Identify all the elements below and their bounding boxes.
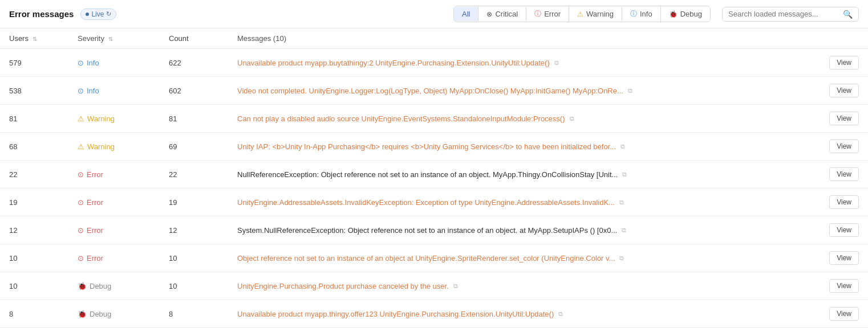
col-header-count: Count	[160, 28, 228, 49]
view-button[interactable]: View	[829, 167, 859, 181]
cell-severity: 🐞Debug	[68, 272, 160, 300]
severity-icon: 🐞	[78, 282, 87, 290]
tab-debug-label: Debug	[680, 10, 702, 18]
cell-message: NullReferenceException: Object reference…	[228, 161, 820, 188]
severity-label: Warning	[87, 142, 115, 151]
view-button[interactable]: View	[829, 251, 859, 265]
cell-message: UnityEngine.AddressableAssets.InvalidKey…	[228, 188, 820, 216]
cell-count: 69	[160, 133, 228, 161]
message-text[interactable]: Object reference not set to an instance …	[237, 254, 615, 263]
copy-icon[interactable]: ⧉	[570, 115, 574, 122]
cell-severity: ⊙Error	[68, 244, 160, 272]
message-text[interactable]: Video not completed. UnityEngine.Logger:…	[237, 87, 623, 95]
copy-icon[interactable]: ⧉	[622, 227, 626, 234]
table-row: 68⚠Warning69Unity IAP: <b>Unity In-App P…	[0, 133, 868, 161]
filter-tabs: All ⊗ Critical ⓘ Error ⚠ Warning ⓘ Info …	[453, 6, 711, 22]
tab-error[interactable]: ⓘ Error	[526, 6, 569, 22]
message-text[interactable]: UnityEngine.AddressableAssets.InvalidKey…	[237, 198, 615, 207]
severity-label: Error	[87, 254, 103, 263]
severity-icon: ⊙	[78, 170, 84, 179]
message-text[interactable]: Unity IAP: <b>Unity In-App Purchasing</b…	[237, 142, 616, 151]
tab-error-label: Error	[544, 10, 561, 18]
tab-info[interactable]: ⓘ Info	[622, 6, 661, 22]
severity-icon: ⊙	[78, 254, 84, 263]
cell-count: 12	[160, 216, 228, 244]
severity-icon: ⚠	[78, 142, 84, 151]
cell-severity: ⊙Info	[68, 77, 160, 105]
cell-message: Unavailable product myapp.buytathingy:2 …	[228, 49, 820, 77]
users-sort-icon[interactable]: ⇅	[33, 36, 37, 42]
cell-message: System.NullReferenceException: Object re…	[228, 216, 820, 244]
cell-users: 22	[0, 161, 68, 188]
tab-warning[interactable]: ⚠ Warning	[569, 7, 622, 21]
table-row: 538⊙Info602Video not completed. UnityEng…	[0, 77, 868, 105]
table-row: 19⊙Error19UnityEngine.AddressableAssets.…	[0, 188, 868, 216]
message-text[interactable]: Can not play a disabled audio source Uni…	[237, 114, 565, 123]
col-header-action	[820, 28, 868, 49]
view-button[interactable]: View	[829, 84, 859, 97]
message-text[interactable]: Unavailable product myapp.buytathingy:2 …	[237, 59, 550, 67]
view-button[interactable]: View	[829, 140, 859, 153]
view-button[interactable]: View	[829, 307, 859, 321]
message-text[interactable]: Unavailable product myapp.thingy.offer12…	[237, 310, 554, 318]
cell-users: 81	[0, 105, 68, 133]
tab-critical[interactable]: ⊗ Critical	[478, 7, 526, 21]
main-container: Error messages Live ↻ All ⊗ Critical ⓘ E…	[0, 0, 868, 328]
tab-all-label: All	[462, 10, 470, 18]
copy-icon[interactable]: ⧉	[628, 87, 632, 95]
copy-icon[interactable]: ⧉	[453, 282, 458, 290]
severity-icon: ⊙	[78, 59, 84, 67]
cell-severity: ⚠Warning	[68, 133, 160, 161]
view-button[interactable]: View	[829, 195, 859, 209]
cell-action: View	[820, 188, 868, 216]
copy-icon[interactable]: ⧉	[554, 59, 559, 67]
view-button[interactable]: View	[829, 279, 859, 293]
tab-critical-label: Critical	[495, 10, 518, 18]
cell-message: Unavailable product myapp.thingy.offer12…	[228, 300, 820, 328]
cell-severity: 🐞Debug	[68, 300, 160, 328]
col-header-users: Users ⇅	[0, 28, 68, 49]
copy-icon[interactable]: ⧉	[619, 255, 624, 262]
severity-icon: ⊙	[78, 226, 84, 235]
cell-message: Can not play a disabled audio source Uni…	[228, 105, 820, 133]
copy-icon[interactable]: ⧉	[622, 171, 627, 178]
cell-message: UnityEngine.Purchasing.Product purchase …	[228, 272, 820, 300]
cell-count: 19	[160, 188, 228, 216]
col-header-messages: Messages (10)	[228, 28, 820, 49]
refresh-icon[interactable]: ↻	[106, 10, 111, 18]
live-badge: Live ↻	[80, 9, 116, 20]
col-header-severity: Severity ⇅	[68, 28, 160, 49]
cell-users: 19	[0, 188, 68, 216]
tab-warning-label: Warning	[586, 10, 614, 18]
copy-icon[interactable]: ⧉	[620, 143, 625, 150]
message-text: NullReferenceException: Object reference…	[237, 170, 618, 179]
view-button[interactable]: View	[829, 223, 859, 237]
severity-icon: ⊙	[78, 87, 84, 95]
cell-action: View	[820, 244, 868, 272]
table-row: 579⊙Info622Unavailable product myapp.buy…	[0, 49, 868, 77]
cell-message: Object reference not set to an instance …	[228, 244, 820, 272]
search-box: 🔍	[722, 7, 859, 22]
severity-label: Debug	[90, 310, 111, 318]
view-button[interactable]: View	[829, 112, 859, 125]
cell-action: View	[820, 77, 868, 105]
view-button[interactable]: View	[829, 56, 859, 69]
live-dot	[86, 13, 89, 16]
critical-icon: ⊗	[486, 10, 492, 18]
cell-action: View	[820, 49, 868, 77]
message-text[interactable]: UnityEngine.Purchasing.Product purchase …	[237, 282, 449, 290]
severity-label: Error	[87, 170, 103, 179]
search-input[interactable]	[728, 10, 839, 18]
cell-action: View	[820, 300, 868, 328]
debug-icon: 🐞	[669, 10, 678, 18]
tab-debug[interactable]: 🐞 Debug	[661, 7, 710, 21]
cell-message: Unity IAP: <b>Unity In-App Purchasing</b…	[228, 133, 820, 161]
cell-users: 68	[0, 133, 68, 161]
cell-action: View	[820, 216, 868, 244]
severity-sort-icon[interactable]: ⇅	[108, 36, 113, 42]
copy-icon[interactable]: ⧉	[558, 310, 563, 318]
copy-icon[interactable]: ⧉	[619, 199, 624, 206]
live-label: Live	[91, 10, 104, 18]
tab-all[interactable]: All	[454, 7, 478, 21]
cell-users: 12	[0, 216, 68, 244]
